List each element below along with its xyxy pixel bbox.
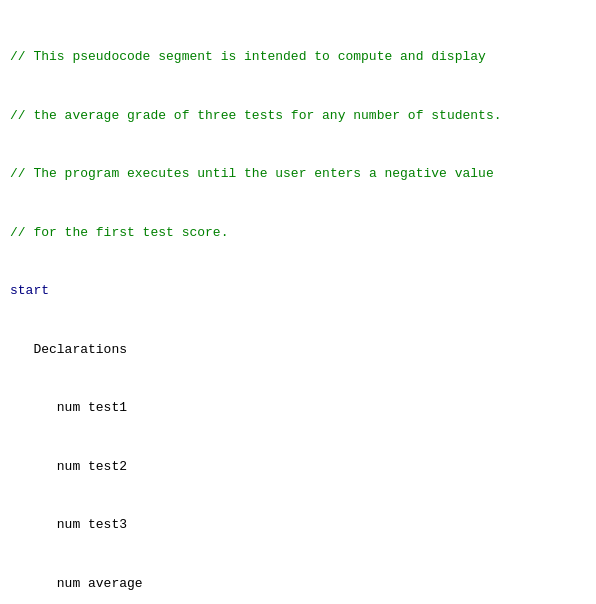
code-container: // This pseudocode segment is intended t… bbox=[10, 8, 586, 604]
line-3: // The program executes until the user e… bbox=[10, 164, 586, 184]
line-1: // This pseudocode segment is intended t… bbox=[10, 47, 586, 67]
line-7: num test1 bbox=[10, 398, 586, 418]
line-5: start bbox=[10, 281, 586, 301]
line-8: num test2 bbox=[10, 457, 586, 477]
line-6: Declarations bbox=[10, 340, 586, 360]
line-9: num test3 bbox=[10, 515, 586, 535]
line-2: // the average grade of three tests for … bbox=[10, 106, 586, 126]
line-4: // for the first test score. bbox=[10, 223, 586, 243]
line-10: num average bbox=[10, 574, 586, 594]
